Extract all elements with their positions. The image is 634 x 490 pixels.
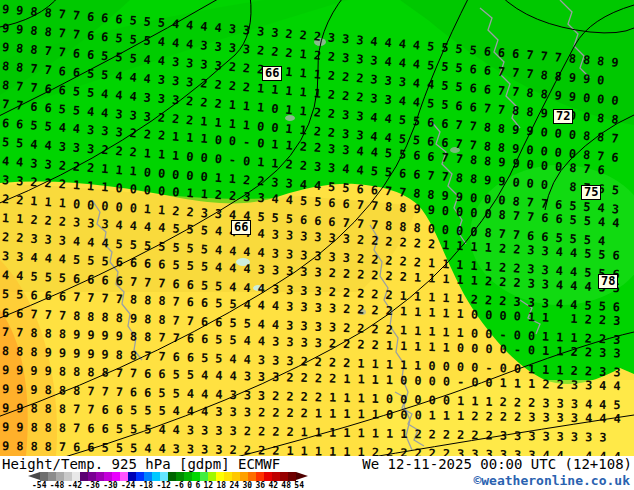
- scale-segment: [264, 472, 272, 481]
- scale-segment: [176, 472, 184, 481]
- scale-tick: 48: [281, 481, 291, 490]
- scale-segment: [224, 472, 232, 481]
- scale-segment: [40, 472, 48, 481]
- scale-tick: 24: [229, 481, 239, 490]
- scale-segment: [64, 472, 72, 481]
- scale-segment: [80, 472, 88, 481]
- scale-tick: -36: [85, 481, 99, 490]
- scale-tick: 0: [187, 481, 192, 490]
- scale-segment: [104, 472, 112, 481]
- contour-label: 75: [581, 185, 601, 200]
- scale-tick: 36: [255, 481, 265, 490]
- scale-tick: -12: [156, 481, 170, 490]
- scale-segment: [56, 472, 64, 481]
- contour-label: 72: [553, 109, 573, 124]
- scale-segment: [128, 472, 136, 481]
- scale-right-arrow: [296, 472, 308, 480]
- scale-tick: -42: [68, 481, 82, 490]
- scale-segment: [184, 472, 192, 481]
- contour-label: 78: [598, 274, 618, 289]
- scale-tick: 6: [195, 481, 200, 490]
- contour-label: 66: [262, 66, 282, 81]
- scale-segment: [88, 472, 96, 481]
- scale-tick: -6: [174, 481, 184, 490]
- scale-segment: [152, 472, 160, 481]
- footer-bar: Height/Temp. 925 hPa [gdpm] ECMWF We 12-…: [0, 456, 634, 490]
- scale-tick: 18: [217, 481, 227, 490]
- scale-left-arrow: [28, 472, 40, 480]
- chart-title: Height/Temp. 925 hPa [gdpm] ECMWF: [2, 456, 280, 472]
- scale-segment: [112, 472, 120, 481]
- scale-segment: [144, 472, 152, 481]
- copyright-link[interactable]: ©weatheronline.co.uk: [473, 473, 630, 488]
- scale-segment: [200, 472, 208, 481]
- scale-segment: [288, 472, 296, 481]
- chart-datetime: We 12-11-2025 00:00 UTC (12+108): [362, 456, 632, 472]
- weather-chart-page: 9988776665554444333322233344445555666777…: [0, 0, 634, 490]
- scale-tick: 42: [268, 481, 278, 490]
- scale-segment: [192, 472, 200, 481]
- scale-segment: [120, 472, 128, 481]
- temperature-color-scale: [40, 472, 296, 481]
- scale-segment: [280, 472, 288, 481]
- scale-segment: [248, 472, 256, 481]
- scale-segment: [160, 472, 168, 481]
- contour-label: 66: [231, 220, 251, 235]
- scale-segment: [216, 472, 224, 481]
- map-canvas[interactable]: 9988776665554444333322233344445555666777…: [0, 0, 634, 456]
- scale-tick: -30: [103, 481, 117, 490]
- scale-tick: -18: [139, 481, 153, 490]
- scale-tick: 12: [204, 481, 214, 490]
- scale-segment: [136, 472, 144, 481]
- scale-tick: -24: [121, 481, 135, 490]
- scale-segment: [168, 472, 176, 481]
- scale-segment: [240, 472, 248, 481]
- scale-segment: [96, 472, 104, 481]
- scale-tick-labels: -54-48-42-36-30-24-18-12-606121824303642…: [32, 481, 304, 490]
- scale-segment: [208, 472, 216, 481]
- scale-segment: [272, 472, 280, 481]
- scale-segment: [232, 472, 240, 481]
- scale-segment: [256, 472, 264, 481]
- scale-segment: [48, 472, 56, 481]
- scale-tick: -48: [50, 481, 64, 490]
- scale-tick: -54: [32, 481, 46, 490]
- scale-tick: 30: [242, 481, 252, 490]
- scale-tick: 54: [294, 481, 304, 490]
- digit-layer: 9988776665554444333322233344445555666777…: [0, 0, 634, 456]
- scale-segment: [72, 472, 80, 481]
